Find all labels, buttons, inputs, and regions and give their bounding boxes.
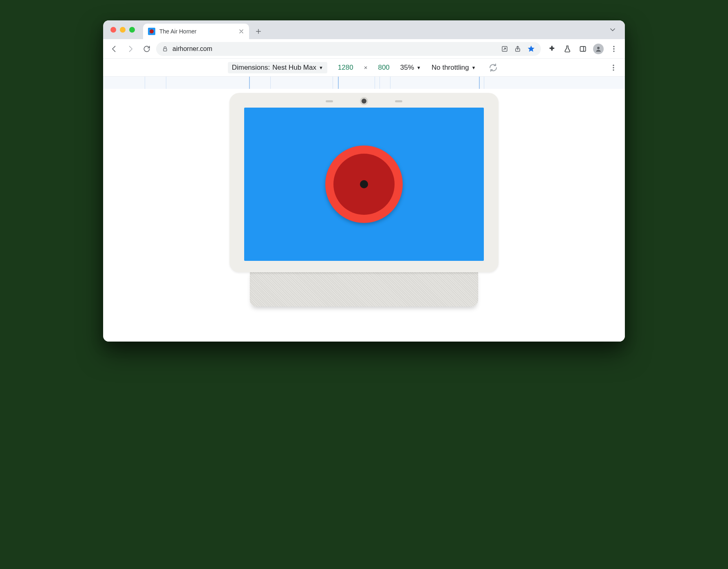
sensor-icon [326,100,333,102]
airhorn-center-dot [360,180,368,188]
side-panel-button[interactable] [576,42,590,56]
profile-button[interactable] [591,42,605,56]
svg-point-11 [613,69,614,71]
svg-point-8 [613,51,614,52]
svg-rect-0 [163,49,167,51]
device-viewport [103,89,625,342]
address-bar[interactable]: airhorner.com [156,42,541,56]
caret-down-icon: ▼ [319,65,323,70]
favicon-icon [148,28,155,35]
browser-toolbar: airhorner.com [103,39,625,59]
toolbar-right [543,42,621,56]
device-name: Nest Hub Max [272,64,316,72]
zoom-select[interactable]: 35% ▼ [400,64,421,72]
dimensions-prefix: Dimensions: [232,64,270,72]
media-query-ruler[interactable] [103,77,625,89]
device-screen[interactable] [244,108,484,261]
device-height[interactable]: 800 [378,64,389,72]
sensor-icon [395,100,402,102]
zoom-value: 35% [400,64,414,72]
tab-strip: The Air Horner [103,20,625,39]
share-icon[interactable] [514,45,521,53]
tab-title: The Air Horner [159,28,234,35]
open-external-icon[interactable] [501,45,508,53]
minimize-window-button[interactable] [120,27,126,33]
labs-button[interactable] [560,42,574,56]
caret-down-icon: ▼ [417,65,421,70]
svg-point-5 [597,46,600,49]
tabstrip-right [609,20,620,39]
close-window-button[interactable] [110,27,116,33]
caret-down-icon: ▼ [471,65,476,70]
device-toolbar-menu[interactable] [609,64,618,72]
throttling-value: No throttling [432,64,469,72]
avatar-icon [593,44,604,54]
camera-icon [362,99,366,104]
tab-search-button[interactable] [609,26,617,34]
close-tab-button[interactable] [238,29,244,34]
dimension-separator: × [364,64,368,71]
chrome-menu-button[interactable] [607,42,621,56]
rotate-device-button[interactable] [486,61,500,75]
maximize-window-button[interactable] [129,27,135,33]
svg-rect-3 [580,46,585,51]
nest-hub-device-frame [221,93,507,307]
reload-button[interactable] [140,42,154,56]
omnibox-actions [501,45,535,53]
browser-window: The Air Horner airhorner.c [103,20,625,342]
bookmark-star-icon[interactable] [527,45,535,53]
svg-point-10 [613,67,614,68]
device-toolbar: Dimensions: Nest Hub Max ▼ 1280 × 800 35… [103,59,625,77]
device-sensors [326,99,402,104]
throttling-select[interactable]: No throttling ▼ [432,64,476,72]
new-tab-button[interactable] [252,25,265,37]
device-dimensions-select[interactable]: Dimensions: Nest Hub Max ▼ [228,62,327,73]
window-controls [108,20,143,39]
airhorn-button[interactable] [325,146,403,223]
back-button[interactable] [107,42,121,56]
svg-point-7 [613,48,614,49]
forward-button[interactable] [124,42,137,56]
svg-point-6 [613,46,614,47]
url-text: airhorner.com [172,45,212,53]
lock-icon [162,46,168,52]
svg-point-9 [613,64,614,66]
airhorn-inner-circle [333,154,395,215]
extensions-button[interactable] [545,42,559,56]
device-width[interactable]: 1280 [338,64,353,72]
browser-tab[interactable]: The Air Horner [143,24,249,39]
device-base [250,270,478,307]
device-bezel [229,93,499,272]
